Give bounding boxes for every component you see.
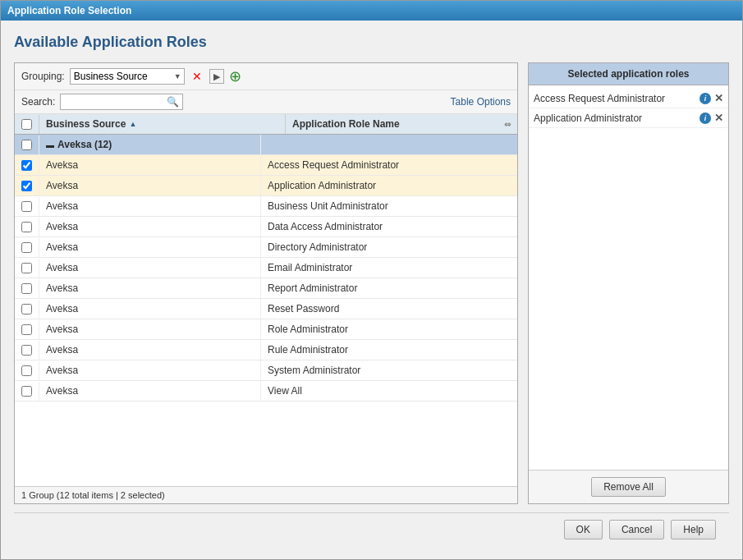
resize-icon[interactable]: ⇔ (504, 120, 511, 129)
table-row[interactable]: Aveksa Role Administrator (15, 319, 517, 340)
row-checkbox-cell (15, 341, 39, 360)
search-icon: 🔍 (167, 96, 179, 108)
header-business-source: Business Source ▲ (39, 114, 286, 134)
window-content: Available Application Roles Grouping: Bu… (1, 21, 742, 559)
row-checkbox[interactable] (21, 222, 32, 232)
row-checkbox-cell (15, 218, 39, 236)
header-checkbox[interactable] (21, 119, 32, 130)
row-business-cell: Aveksa (39, 278, 261, 298)
row-checkbox-cell (15, 197, 39, 216)
row-checkbox[interactable] (21, 345, 32, 356)
table-row[interactable]: Aveksa Reset Password (15, 299, 517, 319)
selected-role-item: Access Request Administrator i ✕ (529, 89, 728, 108)
group-checkbox[interactable] (21, 140, 32, 150)
remove-role-button[interactable]: ✕ (714, 112, 723, 124)
header-checkbox-cell (15, 115, 39, 134)
info-icon[interactable]: i (699, 93, 711, 104)
table-row[interactable]: Aveksa Data Access Administrator (15, 217, 517, 237)
clear-grouping-button[interactable]: ✕ (190, 69, 204, 84)
remove-role-button[interactable]: ✕ (714, 92, 723, 104)
selected-role-name: Access Request Administrator (534, 93, 696, 104)
row-business-cell: Aveksa (39, 258, 261, 278)
cancel-button[interactable]: Cancel (609, 520, 664, 539)
row-role-cell: System Administrator (261, 360, 517, 380)
play-button[interactable]: ▶ (209, 69, 224, 84)
group-name: Aveksa (12) (57, 139, 112, 150)
grouping-select-wrapper: Business Source (70, 68, 185, 85)
group-expand-icon[interactable]: ▬ (46, 140, 54, 149)
table-row[interactable]: Aveksa Email Administrator (15, 258, 517, 278)
table-header: Business Source ▲ Application Role Name … (15, 114, 517, 135)
row-role-cell: Application Administrator (261, 176, 517, 195)
table-row[interactable]: Aveksa Business Unit Administrator (15, 196, 517, 217)
row-checkbox[interactable] (21, 242, 32, 253)
row-checkbox-cell (15, 300, 39, 319)
row-checkbox[interactable] (21, 263, 32, 273)
row-business-cell: Aveksa (39, 340, 261, 360)
title-bar: Application Role Selection (1, 1, 742, 21)
row-checkbox[interactable] (21, 324, 32, 335)
table-row[interactable]: Aveksa System Administrator (15, 360, 517, 381)
table-options-link[interactable]: Table Options (451, 96, 511, 108)
row-checkbox-cell (15, 382, 39, 401)
right-panel-header: Selected application roles (529, 63, 728, 85)
selected-role-name: Application Administrator (534, 112, 696, 124)
row-business-cell: Aveksa (39, 381, 261, 401)
row-checkbox-cell (15, 177, 39, 195)
row-checkbox[interactable] (21, 283, 32, 294)
row-business-cell: Aveksa (39, 319, 261, 339)
row-business-cell: Aveksa (39, 360, 261, 380)
row-checkbox-cell (15, 361, 39, 380)
row-checkbox-cell (15, 320, 39, 339)
main-area: Grouping: Business Source ✕ ▶ ⊕ Search: (14, 62, 729, 504)
row-checkbox-cell (15, 238, 39, 257)
application-role-selection-window: Application Role Selection Available App… (0, 0, 743, 560)
row-checkbox-cell (15, 259, 39, 278)
table-row[interactable]: Aveksa Rule Administrator (15, 340, 517, 360)
row-role-cell: Email Administrator (261, 258, 517, 278)
remove-all-button[interactable]: Remove All (591, 477, 666, 497)
table-row[interactable]: Aveksa Application Administrator (15, 176, 517, 196)
row-role-cell: Rule Administrator (261, 340, 517, 360)
grouping-select[interactable]: Business Source (70, 68, 185, 85)
row-business-cell: Aveksa (39, 217, 261, 236)
header-role-name: Application Role Name ⇔ (286, 114, 517, 134)
row-checkbox[interactable] (21, 181, 32, 191)
row-role-cell: View All (261, 381, 517, 401)
search-toolbar: Search: 🔍 Table Options (15, 90, 517, 114)
row-role-cell: Data Access Administrator (261, 217, 517, 236)
selected-roles-list: Access Request Administrator i ✕ Applica… (529, 85, 728, 470)
row-business-cell: Aveksa (39, 196, 261, 216)
search-input[interactable] (60, 94, 183, 110)
row-role-cell: Business Unit Administrator (261, 196, 517, 216)
grouping-label: Grouping: (21, 71, 65, 82)
table-row[interactable]: Aveksa Report Administrator (15, 278, 517, 299)
table-row[interactable]: ▬ Aveksa (12) (15, 135, 517, 155)
window-title: Application Role Selection (7, 5, 131, 16)
selected-role-item: Application Administrator i ✕ (529, 108, 728, 128)
left-panel: Grouping: Business Source ✕ ▶ ⊕ Search: (14, 62, 518, 504)
right-panel: Selected application roles Access Reques… (528, 62, 729, 504)
status-bar: 1 Group (12 total items | 2 selected) (15, 486, 517, 503)
row-checkbox[interactable] (21, 386, 32, 397)
row-business-cell: Aveksa (39, 299, 261, 319)
row-checkbox[interactable] (21, 201, 32, 212)
ok-button[interactable]: OK (564, 520, 603, 539)
row-role-cell: Role Administrator (261, 319, 517, 339)
search-label: Search: (21, 96, 55, 108)
help-button[interactable]: Help (671, 520, 716, 539)
remove-all-area: Remove All (529, 470, 728, 503)
info-icon[interactable]: i (699, 112, 711, 124)
status-text: 1 Group (12 total items | 2 selected) (21, 490, 165, 500)
table-row[interactable]: Aveksa Directory Administrator (15, 237, 517, 258)
row-role-cell: Report Administrator (261, 278, 517, 298)
row-checkbox[interactable] (21, 160, 32, 171)
table-row[interactable]: Aveksa Access Request Administrator (15, 155, 517, 176)
row-checkbox[interactable] (21, 365, 32, 376)
row-role-cell (261, 140, 517, 149)
row-checkbox-cell (15, 156, 39, 175)
add-button[interactable]: ⊕ (229, 69, 241, 84)
row-checkbox[interactable] (21, 304, 32, 314)
bottom-bar: OK Cancel Help (14, 512, 729, 546)
table-row[interactable]: Aveksa View All (15, 381, 517, 402)
